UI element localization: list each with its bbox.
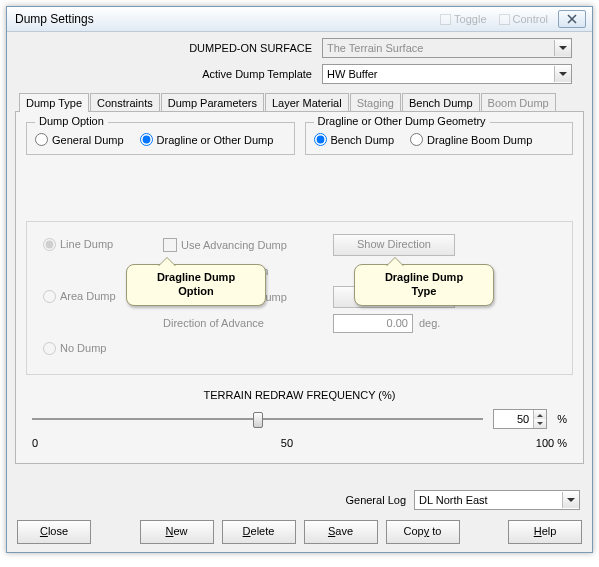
tab-staging: Staging [350,93,401,112]
spinner-up[interactable] [534,410,546,419]
slider-scale: 0 50 100 % [32,437,567,449]
tab-constraints[interactable]: Constraints [90,93,160,112]
combo-surface-value: The Terrain Surface [327,42,554,54]
button-bar: Close New Delete Save Copy to Help [15,520,584,544]
ghost-toggle: Toggle [440,13,486,26]
spinner-down[interactable] [534,419,546,428]
combo-general-log[interactable]: DL North East [414,490,580,510]
tab-strip: Dump Type Constraints Dump Parameters La… [15,92,584,111]
label-general-log: General Log [345,494,406,506]
close-icon [567,14,577,24]
combo-log-value: DL North East [419,494,562,506]
tab-dump-type[interactable]: Dump Type [19,93,89,112]
radio-boom-dump[interactable]: Dragline Boom Dump [410,133,532,146]
label-template: Active Dump Template [27,68,322,80]
label-pct: % [557,413,567,425]
group-dump-option: Dump Option General Dump Dragline or Oth… [26,122,295,155]
tab-layer-material[interactable]: Layer Material [265,93,349,112]
window-title: Dump Settings [11,12,440,26]
new-button[interactable]: New [140,520,214,544]
tab-boom-dump: Boom Dump [481,93,556,112]
tab-bench-dump[interactable]: Bench Dump [402,93,480,112]
label-direction-advance: Direction of Advance [163,317,264,329]
help-button[interactable]: Help [508,520,582,544]
slider-redraw[interactable] [32,418,483,420]
ghost-control: Control [499,13,548,26]
close-button[interactable]: Close [17,520,91,544]
callout-dragline-option: Dragline DumpOption [126,264,266,306]
titlebar: Dump Settings Toggle Control [7,7,592,32]
radio-dragline-other[interactable]: Dragline or Other Dump [140,133,274,146]
save-button[interactable]: Save [304,520,378,544]
combo-template[interactable]: HW Buffer [322,64,572,84]
tabpane-dump-type: Dump Option General Dump Dragline or Oth… [15,111,584,464]
field-direction-value: 0.00 [333,314,413,333]
tab-dump-parameters[interactable]: Dump Parameters [161,93,264,112]
label-redraw-frequency: TERRAIN REDRAW FREQUENCY (%) [26,389,573,401]
radio-general-dump[interactable]: General Dump [35,133,124,146]
ghost-tools: Toggle Control [440,13,548,26]
combo-surface[interactable]: The Terrain Surface [322,38,572,58]
radio-line-dump: Line Dump [43,238,113,251]
delete-button[interactable]: Delete [222,520,296,544]
radio-area-dump: Area Dump [43,290,116,303]
spinner-redraw[interactable]: 50 [493,409,547,429]
combo-template-value: HW Buffer [327,68,554,80]
chevron-down-icon [554,40,571,56]
window-close-button[interactable] [558,10,586,28]
radio-bench-dump[interactable]: Bench Dump [314,133,395,146]
chevron-down-icon [554,66,571,82]
chevron-down-icon [562,492,579,508]
spinner-value: 50 [494,410,533,428]
callout-dragline-type: Dragline DumpType [354,264,494,306]
label-dumped-on: DUMPED-ON SURFACE [27,42,322,54]
legend-dump-option: Dump Option [35,115,108,127]
legend-geometry: Dragline or Other Dump Geometry [314,115,490,127]
radio-no-dump: No Dump [43,342,106,355]
group-geometry: Dragline or Other Dump Geometry Bench Du… [305,122,574,155]
slider-thumb[interactable] [253,412,263,428]
label-deg: deg. [419,317,440,329]
copy-to-button[interactable]: Copy to [386,520,460,544]
